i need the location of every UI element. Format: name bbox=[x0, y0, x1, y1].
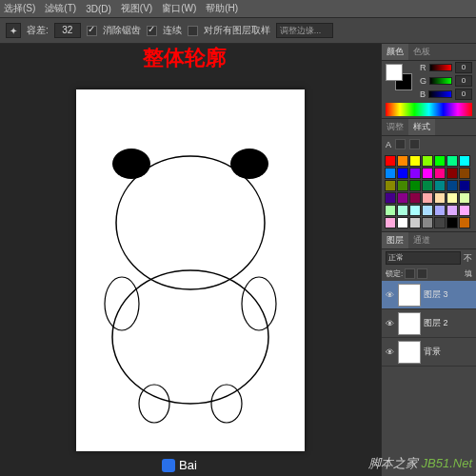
tab-color[interactable]: 颜色 bbox=[382, 44, 408, 60]
menu-window[interactable]: 窗口(W) bbox=[162, 2, 196, 15]
layer-thumbnail[interactable] bbox=[398, 284, 421, 307]
lock-pixels-icon[interactable] bbox=[405, 268, 415, 279]
swatch[interactable] bbox=[446, 168, 458, 179]
svg-point-0 bbox=[112, 149, 150, 179]
layer-name[interactable]: 图层 2 bbox=[424, 317, 474, 329]
r-value[interactable]: 0 bbox=[455, 62, 472, 73]
swatches-panel: 调整 样式 A bbox=[382, 118, 476, 231]
color-spectrum[interactable] bbox=[386, 103, 472, 116]
layer-row[interactable]: 👁图层 3 bbox=[382, 281, 476, 309]
layer-row[interactable]: 👁图层 2 bbox=[382, 309, 476, 338]
foreground-color[interactable] bbox=[386, 64, 403, 81]
swatch[interactable] bbox=[422, 155, 433, 167]
svg-point-5 bbox=[242, 277, 276, 330]
swatch[interactable] bbox=[434, 192, 446, 204]
visibility-icon[interactable]: 👁 bbox=[384, 289, 395, 301]
swatch[interactable] bbox=[459, 217, 470, 228]
menu-help[interactable]: 帮助(H) bbox=[206, 2, 238, 15]
swatch[interactable] bbox=[397, 155, 408, 167]
menu-view[interactable]: 视图(V) bbox=[121, 2, 152, 15]
blend-mode-select[interactable]: 正常 bbox=[386, 251, 461, 265]
swatch[interactable] bbox=[459, 205, 470, 216]
swatch[interactable] bbox=[397, 217, 408, 228]
all-layers-checkbox[interactable] bbox=[188, 26, 198, 36]
swatch[interactable] bbox=[409, 205, 421, 216]
visibility-icon[interactable]: 👁 bbox=[384, 318, 395, 329]
refine-edge-dropdown[interactable]: 调整边缘... bbox=[276, 23, 333, 38]
swatch[interactable] bbox=[459, 180, 470, 191]
swatch[interactable] bbox=[409, 168, 421, 179]
magic-wand-icon[interactable]: ✦ bbox=[6, 23, 21, 38]
swatch[interactable] bbox=[422, 205, 433, 216]
swatch[interactable] bbox=[459, 155, 470, 167]
swatch[interactable] bbox=[459, 168, 470, 179]
swatch[interactable] bbox=[385, 217, 396, 228]
swatch[interactable] bbox=[385, 180, 396, 191]
b-value[interactable]: 0 bbox=[455, 89, 472, 100]
annotation-title: 整体轮廓 bbox=[143, 44, 227, 72]
swatch[interactable] bbox=[397, 192, 408, 204]
swatch[interactable] bbox=[422, 168, 433, 179]
swatch[interactable] bbox=[422, 217, 433, 228]
tab-layers[interactable]: 图层 bbox=[382, 232, 408, 248]
swatch[interactable] bbox=[434, 217, 446, 228]
workspace bbox=[0, 44, 381, 476]
tab-styles[interactable]: 样式 bbox=[408, 119, 435, 135]
swatch[interactable] bbox=[422, 192, 433, 204]
swatch[interactable] bbox=[385, 205, 396, 216]
swatch[interactable] bbox=[434, 180, 446, 191]
swatch[interactable] bbox=[446, 192, 458, 204]
contiguous-checkbox[interactable] bbox=[147, 26, 157, 36]
antialias-label: 消除锯齿 bbox=[103, 24, 141, 37]
layer-name[interactable]: 背景 bbox=[424, 346, 474, 358]
options-bar: ✦ 容差: 32 消除锯齿 连续 对所有图层取样 调整边缘... bbox=[0, 17, 476, 44]
layer-name[interactable]: 图层 3 bbox=[424, 288, 474, 301]
swatch[interactable] bbox=[446, 180, 458, 191]
swatch[interactable] bbox=[446, 155, 458, 167]
menu-select[interactable]: 选择(S) bbox=[4, 2, 35, 15]
all-layers-label: 对所有图层取样 bbox=[204, 24, 270, 37]
menu-filter[interactable]: 滤镜(T) bbox=[45, 2, 76, 15]
swatch[interactable] bbox=[397, 180, 408, 191]
r-slider[interactable] bbox=[429, 64, 453, 71]
antialias-checkbox[interactable] bbox=[87, 26, 97, 36]
swatch[interactable] bbox=[409, 155, 421, 167]
layer-thumbnail[interactable] bbox=[398, 341, 421, 364]
swatch[interactable] bbox=[385, 192, 396, 204]
tab-adjust[interactable]: 调整 bbox=[382, 119, 408, 135]
swatch[interactable] bbox=[434, 168, 446, 179]
layers-panel: 图层 通道 正常 不 锁定: 填 👁图层 3👁图层 2👁背景 bbox=[382, 231, 476, 367]
swatch[interactable] bbox=[434, 205, 446, 216]
canvas[interactable] bbox=[76, 89, 305, 451]
foreground-background-colors[interactable] bbox=[386, 64, 412, 90]
swatch[interactable] bbox=[397, 205, 408, 216]
opacity-label: 不 bbox=[464, 252, 472, 265]
watermark-jb51: 脚本之家 JB51.Net bbox=[368, 455, 472, 472]
swatch[interactable] bbox=[409, 217, 421, 228]
swatch[interactable] bbox=[397, 168, 408, 179]
layer-row[interactable]: 👁背景 bbox=[382, 338, 476, 367]
lock-position-icon[interactable] bbox=[417, 268, 427, 279]
layer-thumbnail[interactable] bbox=[398, 312, 421, 335]
menu-3d[interactable]: 3D(D) bbox=[86, 4, 111, 14]
swatch[interactable] bbox=[459, 192, 470, 204]
swatch[interactable] bbox=[446, 217, 458, 228]
g-slider[interactable] bbox=[429, 77, 452, 85]
swatch[interactable] bbox=[385, 168, 396, 179]
swatch[interactable] bbox=[422, 180, 433, 191]
b-slider[interactable] bbox=[428, 90, 452, 98]
swatch[interactable] bbox=[446, 205, 458, 216]
tab-channels[interactable]: 通道 bbox=[408, 232, 435, 248]
fill-label: 填 bbox=[465, 268, 472, 279]
tolerance-input[interactable]: 32 bbox=[54, 23, 81, 38]
swatch[interactable] bbox=[409, 180, 421, 191]
color-panel: 颜色 色板 R0 G0 B0 bbox=[382, 44, 476, 116]
visibility-icon[interactable]: 👁 bbox=[384, 347, 395, 358]
swatch[interactable] bbox=[409, 192, 421, 204]
swatch[interactable] bbox=[434, 155, 446, 167]
style-icon[interactable] bbox=[395, 139, 406, 149]
swatch[interactable] bbox=[385, 155, 396, 167]
g-value[interactable]: 0 bbox=[455, 75, 472, 87]
tab-swatch-alt[interactable]: 色板 bbox=[408, 44, 435, 60]
style-icon[interactable] bbox=[409, 139, 420, 149]
